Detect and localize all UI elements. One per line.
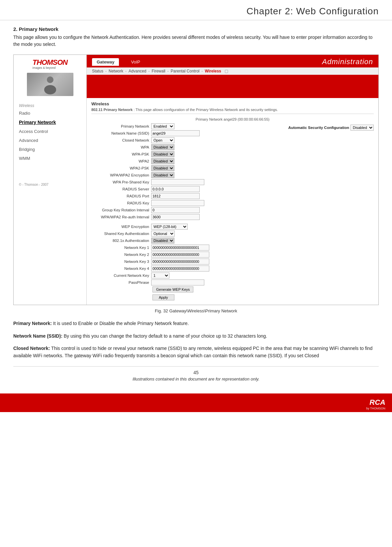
router-submenu: Status - Network - Advanced - Firewall -…	[87, 67, 378, 75]
svg-point-1	[44, 85, 56, 94]
desc-primary-network: Primary Network: It is used to Enable or…	[13, 320, 379, 327]
section-title: 2. Primary Network	[13, 26, 379, 32]
wpa-select[interactable]: Disabled Enabled	[151, 144, 174, 150]
desc-text-2: This control is used to hide or reveal y…	[13, 346, 372, 358]
sidebar-item-bridging[interactable]: Bridging	[14, 145, 86, 154]
netkey4-input[interactable]	[151, 266, 209, 272]
submenu-status[interactable]: Status	[92, 69, 103, 73]
logo-panel: THOMSON images & beyond	[14, 55, 87, 98]
ssid-label: Network Name (SSID)	[91, 131, 151, 135]
col-right: Automatic Security Configuration Disable…	[282, 123, 374, 131]
submenu-icon: ▢	[225, 69, 228, 73]
submenu-advanced[interactable]: Advanced	[129, 69, 146, 73]
sidebar-section-wireless: Wireless	[14, 101, 86, 109]
page-number: 45	[13, 370, 379, 375]
footer-left-text	[0, 401, 13, 407]
wpa2-row: WPA2 Disabled Enabled	[91, 158, 278, 164]
wpa-psk-select[interactable]: Disabled Enabled	[151, 151, 174, 157]
radius-server-row: RADIUS Server	[91, 186, 374, 192]
wpa2-psk-select[interactable]: Disabled Enabled	[151, 165, 174, 171]
wpa-reauth-label: WPA/WPA2 Re-auth Interval	[91, 215, 151, 219]
primary-network-select[interactable]: Enabled Disabled	[151, 123, 174, 129]
netkey4-label: Network Key 4	[91, 267, 151, 271]
divider	[91, 221, 374, 224]
thomson-logo: THOMSON images & beyond	[33, 58, 67, 69]
wpa-enc-select[interactable]: Disabled TKIP AES	[151, 172, 174, 178]
group-key-input[interactable]	[151, 207, 200, 213]
apply-button[interactable]: Apply	[152, 294, 174, 300]
submenu-wireless[interactable]: Wireless	[205, 69, 221, 73]
nav-top: Gateway VoIP Administration	[87, 55, 378, 67]
network-info-label: Primary Network angel29 (00:00:00:66:66:…	[196, 117, 270, 121]
netkey3-row: Network Key 3	[91, 259, 374, 265]
netkey4-row: Network Key 4	[91, 266, 374, 272]
wpa2-label: WPA2	[91, 159, 151, 163]
wpa-row: WPA Disabled Enabled	[91, 144, 278, 150]
shared-key-select[interactable]: Optional Required	[151, 231, 175, 237]
auto-sec-label: Automatic Security Configuration	[288, 126, 349, 130]
passphrase-label: PassPhrase	[91, 280, 151, 284]
tab-voip[interactable]: VoIP	[126, 58, 145, 66]
radius-server-input[interactable]	[151, 186, 200, 192]
wep-enc-select[interactable]: WEP (128-bit) WEP (64-bit) Disabled	[151, 224, 188, 230]
auth-8021x-row: 802.1x Authentication Disabled Enabled	[91, 238, 374, 244]
router-ui-frame: THOMSON images & beyond Gateway VoIP	[13, 55, 379, 305]
svg-point-0	[47, 76, 53, 83]
current-key-select[interactable]: 1 2 3 4	[151, 273, 169, 278]
sidebar-copyright: © - Thomson - 2007	[14, 176, 86, 188]
wpa-psk-row: WPA-PSK Disabled Enabled	[91, 151, 278, 157]
wpa-preshared-input[interactable]	[151, 179, 204, 185]
router-top: THOMSON images & beyond Gateway VoIP	[14, 55, 378, 98]
shared-key-row: Shared Key Authentication Optional Requi…	[91, 231, 374, 237]
netkey2-input[interactable]	[151, 252, 209, 258]
wpa2-select[interactable]: Disabled Enabled	[151, 158, 174, 164]
tab-gateway[interactable]: Gateway	[92, 58, 119, 66]
footer-note: Illustrations contained in this document…	[13, 377, 379, 382]
auth-8021x-select[interactable]: Disabled Enabled	[151, 238, 174, 244]
wpa-enc-row: WPA/WPA2 Encryption Disabled TKIP AES	[91, 172, 374, 178]
sidebar-item-advanced[interactable]: Advanced	[14, 136, 86, 145]
wpa-reauth-row: WPA/WPA2 Re-auth Interval	[91, 214, 374, 220]
wpa-reauth-input[interactable]	[151, 214, 200, 220]
ssid-input[interactable]	[151, 130, 200, 136]
submenu-network[interactable]: Network	[109, 69, 123, 73]
wpa-enc-label: WPA/WPA2 Encryption	[91, 173, 151, 177]
wep-enc-label: WEP Encryption	[91, 225, 151, 229]
submenu-parental[interactable]: Parental Control	[171, 69, 200, 73]
rca-brand: RCA	[369, 398, 385, 407]
sidebar-item-primary-network[interactable]: Primary Network	[14, 118, 86, 127]
sidebar-item-radio[interactable]: Radio	[14, 109, 86, 118]
primary-network-row: Primary Network Enabled Disabled	[91, 123, 278, 129]
fig-caption: Fig. 32 Gateway\Wireless\Primary Network	[13, 308, 379, 313]
closed-network-row: Closed Network Open Closed	[91, 137, 278, 143]
radius-port-input[interactable]	[151, 193, 200, 199]
netkey3-input[interactable]	[151, 259, 209, 265]
sidebar-item-access-control[interactable]: Access Control	[14, 127, 86, 136]
desc-text-1: By using this you can change the factory…	[64, 333, 267, 339]
radius-key-input[interactable]	[151, 200, 204, 206]
page-desc-label: 802.11 Primary Network	[91, 108, 133, 112]
thomson-tagline: images & beyond	[33, 66, 56, 69]
wpa2-psk-row: WPA2-PSK Disabled Enabled	[91, 165, 278, 171]
passphrase-input[interactable]	[151, 279, 204, 285]
sidebar-item-wmm[interactable]: WMM	[14, 154, 86, 163]
wpa-preshared-row: WPA Pre-Shared Key	[91, 179, 374, 185]
submenu-firewall[interactable]: Firewall	[151, 69, 165, 73]
desc-ssid: Network Name (SSID): By using this you c…	[13, 333, 379, 340]
admin-title: Administration	[322, 57, 373, 66]
auto-sec-select[interactable]: Disabled Enabled	[350, 125, 374, 131]
closed-network-select[interactable]: Open Closed	[151, 137, 174, 143]
footer-bottom-bar: RCA by THOMSON	[0, 393, 392, 412]
wpa-psk-label: WPA-PSK	[91, 152, 151, 156]
router-page-desc: 802.11 Primary Network : This page allow…	[91, 108, 374, 114]
generate-wep-keys-button[interactable]: Generate WEP Keys	[152, 286, 193, 292]
rca-logo: RCA by THOMSON	[359, 396, 392, 412]
wpa-preshared-label: WPA Pre-Shared Key	[91, 180, 151, 184]
main-content: 2. Primary Network This page allows you …	[0, 26, 392, 391]
two-col-row: Primary Network Enabled Disabled Network…	[91, 123, 374, 172]
person-svg	[40, 74, 60, 94]
netkey1-input[interactable]	[151, 245, 209, 251]
router-body: Wireless Radio Primary Network Access Co…	[14, 98, 378, 305]
radius-key-row: RADIUS Key	[91, 200, 374, 206]
form-section: Primary Network angel29 (00:00:00:66:66:…	[91, 117, 374, 300]
